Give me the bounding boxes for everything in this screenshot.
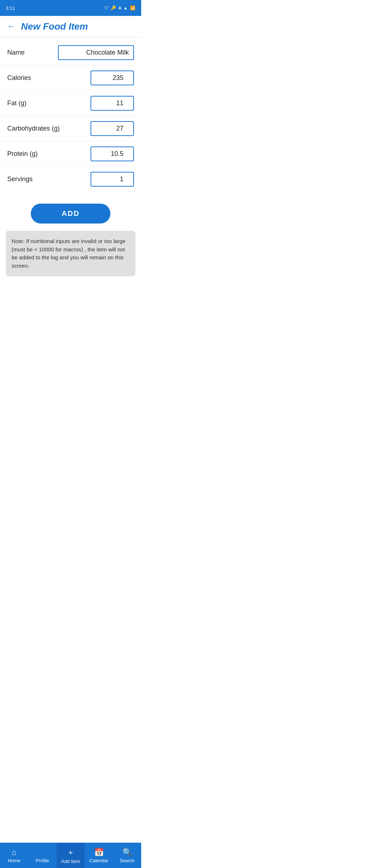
nav-item-calendar[interactable]: 📅 Calendar xyxy=(85,843,113,868)
nav-item-home[interactable]: ⌂ Home xyxy=(0,843,28,868)
nav-label-home: Home xyxy=(8,858,21,863)
status-bar: 3:11 🛡 🔑 A ▲ 📶 xyxy=(0,0,141,16)
a-icon: A xyxy=(118,6,121,10)
name-row: Name xyxy=(0,40,141,65)
add-button[interactable]: ADD xyxy=(31,204,110,224)
protein-label: Protein (g) xyxy=(7,150,91,158)
wifi-icon: ▲ xyxy=(123,5,128,10)
home-icon: ⌂ xyxy=(12,848,16,857)
nav-label-add-item: Add Item xyxy=(61,859,80,864)
header: ← New Food Item xyxy=(0,16,141,37)
nav-label-calendar: Calendar xyxy=(89,858,109,863)
shield-icon: 🛡 xyxy=(104,5,109,10)
carbohydrates-row: Carbohydrates (g) xyxy=(0,116,141,141)
nav-item-add-item[interactable]: ＋ Add Item xyxy=(56,843,85,868)
note-text: Note: If nutritional inputs are invalid … xyxy=(12,237,130,270)
key-icon: 🔑 xyxy=(111,5,116,10)
protein-input[interactable] xyxy=(91,146,134,161)
protein-row: Protein (g) xyxy=(0,141,141,167)
bottom-nav: ⌂ Home 👤 Profile ＋ Add Item 📅 Calendar 🔍… xyxy=(0,843,141,868)
fat-input[interactable] xyxy=(91,96,134,111)
carbohydrates-input[interactable] xyxy=(91,121,134,136)
servings-label: Servings xyxy=(7,175,91,183)
back-button[interactable]: ← xyxy=(6,20,17,33)
status-time: 3:11 xyxy=(6,5,15,11)
signal-icon: 📶 xyxy=(130,5,135,10)
fat-row: Fat (g) xyxy=(0,91,141,116)
nav-label-search: Search xyxy=(119,858,134,863)
form-container: Name Calories Fat (g) Carbohydrates (g) … xyxy=(0,37,141,195)
profile-icon: 👤 xyxy=(38,848,47,857)
nav-item-search[interactable]: 🔍 Search xyxy=(113,843,141,868)
servings-input[interactable] xyxy=(91,172,134,187)
note-box: Note: If nutritional inputs are invalid … xyxy=(6,231,135,276)
calendar-icon: 📅 xyxy=(94,848,104,857)
fat-label: Fat (g) xyxy=(7,99,91,107)
servings-row: Servings xyxy=(0,167,141,192)
carbohydrates-label: Carbohydrates (g) xyxy=(7,125,91,132)
status-icons: 🛡 🔑 A ▲ 📶 xyxy=(104,5,135,10)
name-label: Name xyxy=(7,49,58,56)
nav-item-profile[interactable]: 👤 Profile xyxy=(28,843,56,868)
calories-input[interactable] xyxy=(91,71,134,85)
search-icon: 🔍 xyxy=(122,848,132,857)
calories-row: Calories xyxy=(0,65,141,91)
add-button-container: ADD xyxy=(0,195,141,231)
calories-label: Calories xyxy=(7,74,91,82)
add-item-icon: ＋ xyxy=(67,847,75,858)
name-input[interactable] xyxy=(58,45,134,60)
page-title: New Food Item xyxy=(21,21,88,32)
nav-label-profile: Profile xyxy=(36,858,49,863)
